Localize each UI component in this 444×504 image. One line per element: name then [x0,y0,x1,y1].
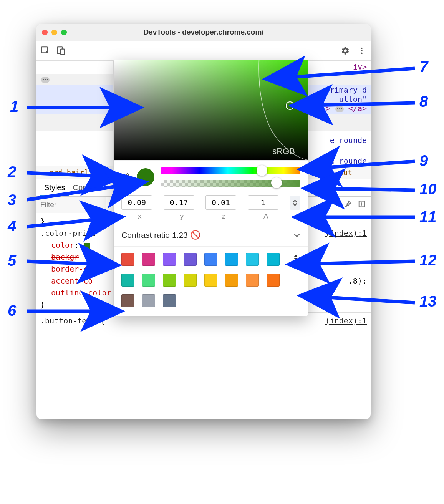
css-prop-background[interactable]: backgr [51,252,79,262]
css-value: .8); [348,276,367,285]
palette-swatch[interactable] [121,274,134,287]
alpha-slider[interactable] [161,180,300,187]
window-traffic-lights [42,30,67,35]
devtools-toolbar [36,41,371,61]
palette-swatch[interactable] [225,253,238,266]
css-prop-border-color[interactable]: border-co [51,264,93,274]
palette-swatch[interactable] [184,274,197,287]
eyedropper-button[interactable] [120,172,131,182]
contrast-ratio-row[interactable]: Contrast ratio 1.23 🚫 [114,224,308,247]
css-prop-outline-color[interactable]: outline-color [51,288,111,297]
rule-source-link[interactable]: (index):1 [325,315,367,327]
css-selector[interactable]: .button-text { [40,316,105,325]
tag-close: > [326,104,331,113]
inspect-element-icon[interactable] [40,46,50,56]
tab-computed[interactable]: Cor [69,179,89,196]
window-zoom-button[interactable] [61,30,67,35]
palette-swatch[interactable] [204,253,217,266]
palette-swatch[interactable] [163,294,176,307]
palette-swatch[interactable] [163,274,176,287]
value-label: x [121,212,158,220]
palette-swatch[interactable] [225,274,238,287]
shade-selector[interactable]: sRGB [114,60,308,161]
value-z-input[interactable]: 0.01 [205,195,236,210]
breadcrumb-right: out [339,168,352,177]
current-color-preview [137,168,154,186]
value-label: z [205,212,242,220]
contrast-label: Contrast ratio [121,230,170,240]
rule-source-link[interactable]: (index):1 [325,227,367,239]
styles-filter-input[interactable] [36,197,106,213]
window-minimize-button[interactable] [51,30,57,35]
palette-section [114,247,308,316]
palette-swatch[interactable] [142,294,155,307]
pin-icon[interactable] [344,200,352,210]
value-y-input[interactable]: 0.17 [164,195,194,210]
ellipsis-badge[interactable] [335,106,344,112]
window-title: DevTools - developer.chrome.com/ [36,28,371,36]
palette-swatch[interactable] [163,253,176,266]
value-label: y [164,212,200,220]
css-prop-color[interactable]: color [51,240,74,250]
palette-swatch[interactable] [267,274,280,287]
contrast-fail-icon: 🚫 [190,230,200,240]
palette-swatch[interactable] [184,253,197,266]
contrast-value: 1.23 [172,230,188,240]
value-a-input[interactable]: 1 [248,195,278,210]
palette-swatch[interactable] [267,253,280,266]
palette-swatch[interactable] [121,294,134,307]
palette-swatch[interactable] [246,253,259,266]
svg-point-4 [361,50,363,51]
palette-swatch[interactable] [246,274,259,287]
attr-fragment: rimary d [330,85,367,94]
srgb-gamut-line [114,60,308,160]
srgb-label: sRGB [272,146,295,156]
close-tag: </a> [348,104,367,113]
css-selector[interactable]: .color-prima [40,229,96,238]
window-titlebar: DevTools - developer.chrome.com/ [36,24,371,41]
attr-fragment: utton" [339,94,367,104]
breadcrumb-selector: ard.hairlin [49,168,98,177]
palette-swatch[interactable] [204,274,217,287]
svg-point-3 [361,47,363,49]
shade-cursor[interactable] [286,101,294,110]
palette-swatch[interactable] [142,253,155,266]
devtools-window: DevTools - developer.chrome.com/ iv> [36,24,371,419]
css-prop-accent-color[interactable]: accent-co [51,276,93,285]
palette-swatch[interactable] [121,253,134,266]
color-picker-popup: sRGB 0.09x 0.17y 0.01z 1A Contrast rati [113,60,308,316]
palette-swatch[interactable] [142,274,155,287]
window-close-button[interactable] [42,30,48,35]
toolbar-divider [73,45,73,56]
settings-gear-icon[interactable] [340,46,350,56]
new-style-icon[interactable] [358,200,366,210]
svg-rect-2 [61,49,65,54]
device-toggle-icon[interactable] [56,46,66,56]
color-value-inputs: 0.09x 0.17y 0.01z 1A [114,190,308,224]
more-menu-icon[interactable] [357,46,367,56]
palette-switcher[interactable] [293,254,300,309]
color-swatch[interactable] [84,243,90,249]
svg-point-5 [361,52,363,54]
value-x-input[interactable]: 0.09 [121,195,152,210]
tab-styles[interactable]: Styles [40,179,69,196]
palette-grid [121,253,281,309]
color-format-switcher[interactable] [290,196,300,210]
hue-slider[interactable] [161,167,300,174]
breadcrumb-ellipsis: … [40,168,45,177]
contrast-expand-icon[interactable] [293,230,300,240]
value-label: A [248,212,285,220]
